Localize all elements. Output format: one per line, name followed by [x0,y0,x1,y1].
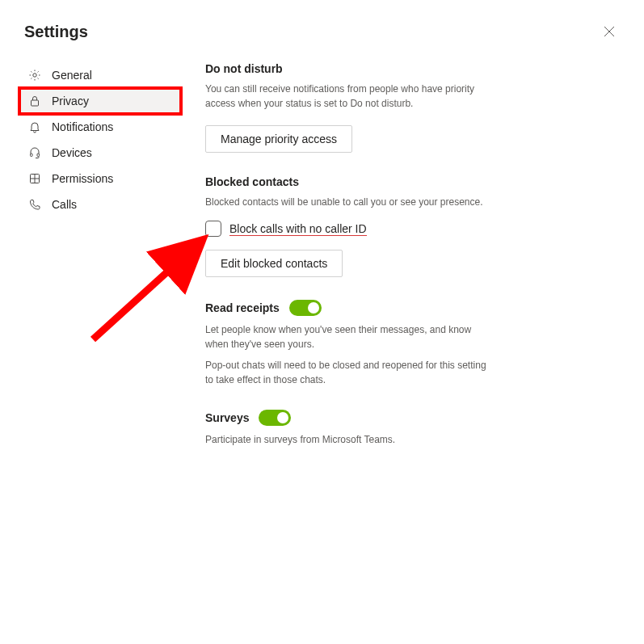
bell-icon [27,120,42,134]
page-title: Settings [24,23,88,41]
edit-blocked-contacts-button[interactable]: Edit blocked contacts [205,250,343,277]
svg-rect-3 [37,154,40,157]
surveys-description: Participate in surveys from Microsoft Te… [205,432,492,447]
sidebar-item-privacy[interactable]: Privacy [19,88,181,114]
read-receipts-description-1: Let people know when you've seen their m… [205,322,492,351]
lock-icon [27,94,42,108]
manage-priority-access-button[interactable]: Manage priority access [205,125,352,153]
sidebar-item-label: General [52,69,92,82]
section-blocked-contacts: Blocked contacts Blocked contacts will b… [205,175,492,277]
surveys-heading: Surveys [205,411,249,424]
sidebar-item-label: Devices [52,146,92,159]
sidebar-item-label: Notifications [52,120,113,133]
main-panel: Do not disturb You can still receive not… [205,57,565,469]
close-button[interactable] [599,23,620,43]
block-no-caller-id-label[interactable]: Block calls with no caller ID [229,222,367,236]
svg-point-0 [33,74,36,77]
section-surveys: Surveys Participate in surveys from Micr… [205,410,492,447]
section-do-not-disturb: Do not disturb You can still receive not… [205,62,492,153]
sidebar-item-label: Privacy [52,95,89,107]
section-read-receipts: Read receipts Let people know when you'v… [205,300,492,387]
svg-rect-2 [31,154,33,157]
surveys-toggle[interactable] [259,410,291,426]
sidebar-item-devices[interactable]: Devices [19,140,181,166]
read-receipts-toggle[interactable] [289,300,322,316]
gear-icon [27,68,42,82]
block-no-caller-id-row: Block calls with no caller ID [205,221,492,237]
svg-rect-1 [32,100,39,106]
sidebar-item-notifications[interactable]: Notifications [19,114,181,140]
sidebar: General Privacy Notifications Devices [19,57,181,469]
block-no-caller-id-checkbox[interactable] [205,221,221,237]
sidebar-item-general[interactable]: General [19,62,181,88]
blocked-heading: Blocked contacts [205,175,492,188]
blocked-description: Blocked contacts will be unable to call … [205,195,492,209]
phone-icon [27,197,42,212]
close-icon [604,26,615,37]
read-receipts-heading: Read receipts [205,301,280,314]
sidebar-item-label: Calls [52,198,77,211]
sidebar-item-calls[interactable]: Calls [19,192,181,217]
dnd-description: You can still receive notifications from… [205,82,492,111]
dnd-heading: Do not disturb [205,62,492,75]
package-icon [27,171,42,186]
annotation-red-box [18,86,183,116]
sidebar-item-label: Permissions [52,172,113,185]
read-receipts-description-2: Pop-out chats will need to be closed and… [205,358,492,387]
sidebar-item-permissions[interactable]: Permissions [19,166,181,192]
headset-icon [27,145,42,160]
